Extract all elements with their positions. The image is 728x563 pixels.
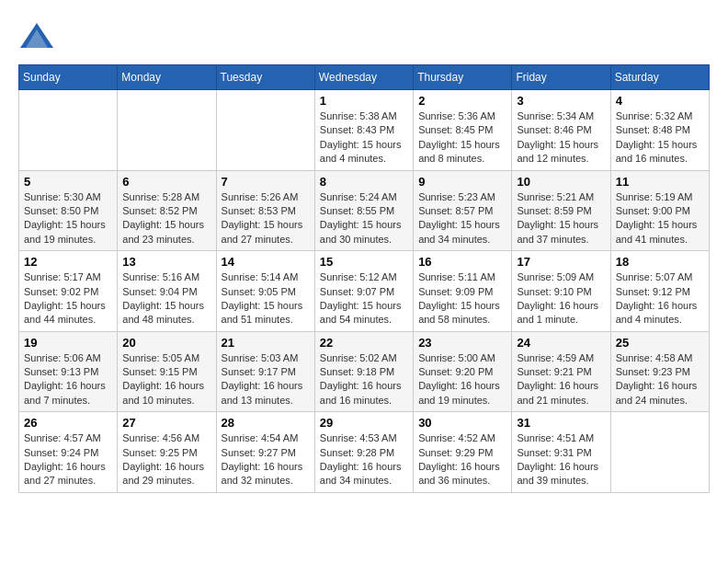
day-cell xyxy=(19,90,118,171)
day-number: 10 xyxy=(517,175,605,189)
day-cell: 4Sunrise: 5:32 AM Sunset: 8:48 PM Daylig… xyxy=(610,90,709,171)
day-number: 20 xyxy=(122,336,210,350)
day-cell: 30Sunrise: 4:52 AM Sunset: 9:29 PM Dayli… xyxy=(414,412,512,493)
day-info: Sunrise: 5:26 AM Sunset: 8:53 PM Dayligh… xyxy=(222,190,310,247)
day-number: 15 xyxy=(320,255,408,269)
page-header xyxy=(18,18,710,55)
day-info: Sunrise: 4:56 AM Sunset: 9:25 PM Dayligh… xyxy=(122,431,210,488)
day-info: Sunrise: 5:14 AM Sunset: 9:05 PM Dayligh… xyxy=(222,270,310,327)
day-cell: 8Sunrise: 5:24 AM Sunset: 8:55 PM Daylig… xyxy=(314,170,413,251)
day-number: 22 xyxy=(320,336,408,350)
day-info: Sunrise: 5:05 AM Sunset: 9:15 PM Dayligh… xyxy=(122,351,210,408)
day-number: 25 xyxy=(616,336,704,350)
day-cell: 14Sunrise: 5:14 AM Sunset: 9:05 PM Dayli… xyxy=(216,251,314,332)
day-number: 7 xyxy=(222,175,310,189)
day-info: Sunrise: 5:16 AM Sunset: 9:04 PM Dayligh… xyxy=(122,270,210,327)
day-cell: 31Sunrise: 4:51 AM Sunset: 9:31 PM Dayli… xyxy=(512,412,610,493)
day-number: 19 xyxy=(24,336,112,350)
day-number: 29 xyxy=(320,416,408,430)
day-info: Sunrise: 4:54 AM Sunset: 9:27 PM Dayligh… xyxy=(222,431,310,488)
day-info: Sunrise: 5:00 AM Sunset: 9:20 PM Dayligh… xyxy=(418,351,506,408)
day-number: 4 xyxy=(616,94,704,108)
day-info: Sunrise: 5:06 AM Sunset: 9:13 PM Dayligh… xyxy=(24,351,112,408)
day-cell: 10Sunrise: 5:21 AM Sunset: 8:59 PM Dayli… xyxy=(512,170,610,251)
day-info: Sunrise: 5:17 AM Sunset: 9:02 PM Dayligh… xyxy=(24,270,112,327)
day-cell: 7Sunrise: 5:26 AM Sunset: 8:53 PM Daylig… xyxy=(216,170,314,251)
day-cell xyxy=(610,412,709,493)
day-info: Sunrise: 5:32 AM Sunset: 8:48 PM Dayligh… xyxy=(616,109,704,167)
day-info: Sunrise: 5:23 AM Sunset: 8:57 PM Dayligh… xyxy=(418,190,506,247)
day-number: 23 xyxy=(418,336,506,350)
day-cell: 19Sunrise: 5:06 AM Sunset: 9:13 PM Dayli… xyxy=(19,331,118,412)
day-info: Sunrise: 5:02 AM Sunset: 9:18 PM Dayligh… xyxy=(320,351,408,408)
day-info: Sunrise: 4:58 AM Sunset: 9:23 PM Dayligh… xyxy=(616,351,704,408)
day-number: 11 xyxy=(616,175,704,189)
day-number: 18 xyxy=(616,255,704,269)
day-info: Sunrise: 5:30 AM Sunset: 8:50 PM Dayligh… xyxy=(24,190,112,247)
day-cell: 18Sunrise: 5:07 AM Sunset: 9:12 PM Dayli… xyxy=(610,251,709,332)
day-number: 9 xyxy=(418,175,506,189)
day-number: 13 xyxy=(122,255,210,269)
day-cell: 15Sunrise: 5:12 AM Sunset: 9:07 PM Dayli… xyxy=(314,251,413,332)
day-info: Sunrise: 4:52 AM Sunset: 9:29 PM Dayligh… xyxy=(418,431,506,488)
week-row-3: 19Sunrise: 5:06 AM Sunset: 9:13 PM Dayli… xyxy=(19,331,710,412)
week-row-4: 26Sunrise: 4:57 AM Sunset: 9:24 PM Dayli… xyxy=(19,412,710,493)
day-cell: 24Sunrise: 4:59 AM Sunset: 9:21 PM Dayli… xyxy=(512,331,610,412)
day-info: Sunrise: 5:28 AM Sunset: 8:52 PM Dayligh… xyxy=(122,190,210,247)
day-cell: 1Sunrise: 5:38 AM Sunset: 8:43 PM Daylig… xyxy=(314,90,413,171)
day-cell: 27Sunrise: 4:56 AM Sunset: 9:25 PM Dayli… xyxy=(118,412,216,493)
day-cell: 22Sunrise: 5:02 AM Sunset: 9:18 PM Dayli… xyxy=(314,331,413,412)
day-number: 28 xyxy=(222,416,310,430)
weekday-header-tuesday: Tuesday xyxy=(216,65,314,90)
day-number: 1 xyxy=(320,94,408,108)
day-cell: 12Sunrise: 5:17 AM Sunset: 9:02 PM Dayli… xyxy=(19,251,118,332)
day-cell xyxy=(216,90,314,171)
day-cell: 20Sunrise: 5:05 AM Sunset: 9:15 PM Dayli… xyxy=(118,331,216,412)
day-number: 14 xyxy=(222,255,310,269)
day-number: 31 xyxy=(517,416,605,430)
calendar-table: SundayMondayTuesdayWednesdayThursdayFrid… xyxy=(18,64,710,493)
day-number: 6 xyxy=(122,175,210,189)
day-info: Sunrise: 5:09 AM Sunset: 9:10 PM Dayligh… xyxy=(517,270,605,327)
weekday-header-row: SundayMondayTuesdayWednesdayThursdayFrid… xyxy=(19,65,710,90)
weekday-header-wednesday: Wednesday xyxy=(314,65,413,90)
day-info: Sunrise: 5:12 AM Sunset: 9:07 PM Dayligh… xyxy=(320,270,408,327)
day-cell: 9Sunrise: 5:23 AM Sunset: 8:57 PM Daylig… xyxy=(414,170,512,251)
day-cell: 3Sunrise: 5:34 AM Sunset: 8:46 PM Daylig… xyxy=(512,90,610,171)
weekday-header-sunday: Sunday xyxy=(19,65,118,90)
day-number: 5 xyxy=(24,175,112,189)
day-number: 24 xyxy=(517,336,605,350)
day-number: 2 xyxy=(418,94,506,108)
day-info: Sunrise: 4:53 AM Sunset: 9:28 PM Dayligh… xyxy=(320,431,408,488)
day-number: 21 xyxy=(222,336,310,350)
weekday-header-monday: Monday xyxy=(118,65,216,90)
day-cell: 2Sunrise: 5:36 AM Sunset: 8:45 PM Daylig… xyxy=(414,90,512,171)
day-info: Sunrise: 4:59 AM Sunset: 9:21 PM Dayligh… xyxy=(517,351,605,408)
day-number: 27 xyxy=(122,416,210,430)
day-cell: 17Sunrise: 5:09 AM Sunset: 9:10 PM Dayli… xyxy=(512,251,610,332)
day-cell: 6Sunrise: 5:28 AM Sunset: 8:52 PM Daylig… xyxy=(118,170,216,251)
day-info: Sunrise: 5:21 AM Sunset: 8:59 PM Dayligh… xyxy=(517,190,605,247)
day-cell: 29Sunrise: 4:53 AM Sunset: 9:28 PM Dayli… xyxy=(314,412,413,493)
day-number: 26 xyxy=(24,416,112,430)
week-row-1: 5Sunrise: 5:30 AM Sunset: 8:50 PM Daylig… xyxy=(19,170,710,251)
day-cell: 16Sunrise: 5:11 AM Sunset: 9:09 PM Dayli… xyxy=(414,251,512,332)
logo-icon xyxy=(18,18,55,55)
logo xyxy=(18,18,59,55)
day-cell: 5Sunrise: 5:30 AM Sunset: 8:50 PM Daylig… xyxy=(19,170,118,251)
day-info: Sunrise: 4:51 AM Sunset: 9:31 PM Dayligh… xyxy=(517,431,605,488)
day-cell: 11Sunrise: 5:19 AM Sunset: 9:00 PM Dayli… xyxy=(610,170,709,251)
week-row-0: 1Sunrise: 5:38 AM Sunset: 8:43 PM Daylig… xyxy=(19,90,710,171)
week-row-2: 12Sunrise: 5:17 AM Sunset: 9:02 PM Dayli… xyxy=(19,251,710,332)
day-info: Sunrise: 5:03 AM Sunset: 9:17 PM Dayligh… xyxy=(222,351,310,408)
day-cell: 28Sunrise: 4:54 AM Sunset: 9:27 PM Dayli… xyxy=(216,412,314,493)
day-info: Sunrise: 5:19 AM Sunset: 9:00 PM Dayligh… xyxy=(616,190,704,247)
day-number: 16 xyxy=(418,255,506,269)
weekday-header-thursday: Thursday xyxy=(414,65,512,90)
day-cell: 21Sunrise: 5:03 AM Sunset: 9:17 PM Dayli… xyxy=(216,331,314,412)
day-info: Sunrise: 4:57 AM Sunset: 9:24 PM Dayligh… xyxy=(24,431,112,488)
day-number: 17 xyxy=(517,255,605,269)
weekday-header-saturday: Saturday xyxy=(610,65,709,90)
day-number: 8 xyxy=(320,175,408,189)
day-info: Sunrise: 5:11 AM Sunset: 9:09 PM Dayligh… xyxy=(418,270,506,327)
